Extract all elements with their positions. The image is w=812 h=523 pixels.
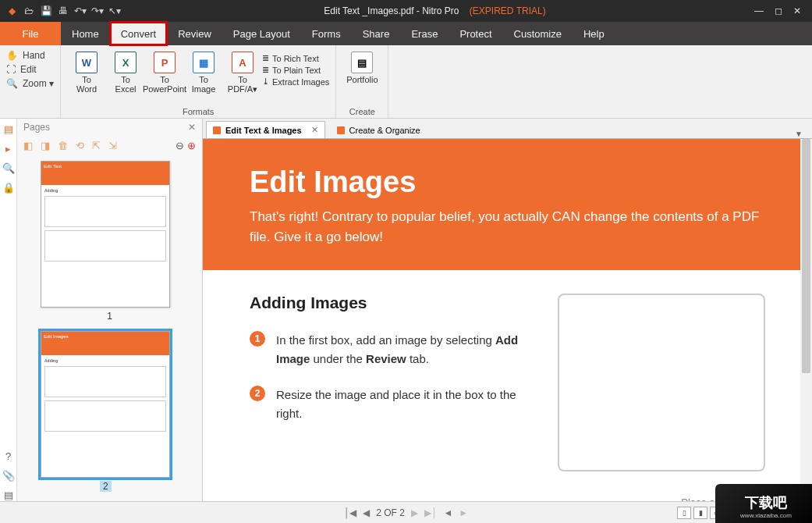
bookmarks-rail-icon[interactable]: ▸ [5,143,11,155]
doc-icon [337,126,345,134]
prev-page-icon[interactable]: ◀ [363,507,370,518]
page-thumbnail[interactable]: Edit TextAdding [41,161,170,308]
pages-tool-rotate-icon[interactable]: ⟲ [76,140,84,151]
to-excel-button[interactable]: XToExcel [106,48,145,94]
to-image-button[interactable]: ▦ToImage [184,48,223,94]
tab-customize[interactable]: Customize [503,22,573,45]
window-controls: — ◻ ✕ [743,5,812,16]
hero-title: Edit Images [250,165,765,199]
hero-text: That's right! Contrary to popular belief… [250,207,765,247]
zoom-tool[interactable]: 🔍Zoom ▾ [6,78,54,89]
document-viewport[interactable]: Edit Images That's right! Contrary to po… [203,139,812,501]
first-page-icon[interactable]: │◀ [344,507,357,518]
create-group: ▤Portfolio Create [336,45,388,118]
to-powerpoint-button[interactable]: PToPowerPoint [145,48,184,94]
close-button[interactable]: ✕ [793,5,801,16]
pages-tool-extract-icon[interactable]: ⇱ [92,140,101,151]
back-view-icon[interactable]: ◄ [443,507,452,518]
to-pdfa-button[interactable]: AToPDF/A▾ [223,48,262,94]
undo-icon[interactable]: ↶▾ [73,5,87,16]
pdf/a▾-icon: A [232,52,254,73]
formats-group: WToWordXToExcelPToPowerPoint▦ToImageAToP… [61,45,336,118]
pages-tool-insert-icon[interactable]: ⇲ [108,140,117,151]
tab-protect[interactable]: Protect [449,22,502,45]
document-area: Edit Text & Images✕Create & Organize✕▼ E… [203,119,812,501]
status-bar: │◀ ◀ 2 OF 2 ▶ ▶│ ◄ ► ▯ ▮ ▭ ▬ ⛶ ↔ ↕ 1:1 下… [0,501,812,523]
extract-images-button[interactable]: ⤓Extract Images [262,76,329,87]
portfolio-icon: ▤ [351,52,373,73]
tab-review[interactable]: Review [167,22,222,45]
tab-forms[interactable]: Forms [301,22,352,45]
image-icon: ▦ [193,52,215,73]
step-number: 1 [250,331,265,347]
step: 2Resize the image and place it in the bo… [250,386,534,423]
thumbnail-list[interactable]: Edit TextAdding1Edit ImagesAdding2 [17,155,202,501]
redo-icon[interactable]: ↷▾ [90,5,105,16]
tabs-dropdown-icon[interactable]: ▼ [795,130,803,138]
tab-page-layout[interactable]: Page Layout [222,22,301,45]
lock-rail-icon[interactable]: 🔒 [2,182,15,194]
quick-access-toolbar: ◆ 🗁 💾 🖶 ↶▾ ↷▾ ↖▾ [0,5,126,16]
minimize-button[interactable]: — [754,5,764,16]
step: 1In the first box, add an image by selec… [250,331,534,368]
pages-panel: Pages ✕ ◧ ◨ 🗑 ⟲ ⇱ ⇲ ⊖ ⊕ Edit TextAdding1… [17,119,203,501]
next-page-icon[interactable]: ▶ [411,507,418,518]
file-tab[interactable]: File [0,22,61,45]
hand-icon: ✋ [6,50,18,61]
title-bar: ◆ 🗁 💾 🖶 ↶▾ ↷▾ ↖▾ Edit Text _Images.pdf -… [0,0,812,22]
tab-home[interactable]: Home [61,22,110,45]
list-rail-icon[interactable]: ▤ [4,489,13,501]
hero-banner: Edit Images That's right! Contrary to po… [203,139,812,270]
last-page-icon[interactable]: ▶│ [424,507,438,518]
edit-icon: ⛶ [6,64,16,75]
view-continuous-icon[interactable]: ▮ [693,507,707,519]
step-text: In the first box, add an image by select… [276,331,534,368]
portfolio-button[interactable]: ▤Portfolio [342,48,381,84]
maximize-button[interactable]: ◻ [775,5,782,16]
page-thumbnail[interactable]: Edit ImagesAdding [41,331,170,478]
vertical-scrollbar[interactable] [800,139,812,501]
document-tab[interactable]: Edit Text & Images✕ [206,121,325,138]
document-tab[interactable]: Create & Organize✕ [330,121,427,138]
search-rail-icon[interactable]: 🔍 [2,162,15,174]
tab-convert[interactable]: Convert [110,22,168,45]
image-placeholder-box[interactable] [558,294,765,471]
edit-tool[interactable]: ⛶Edit [6,64,54,75]
save-icon[interactable]: 💾 [39,5,53,16]
view-single-icon[interactable]: ▯ [677,507,691,519]
left-rail: ▤ ▸ 🔍 🔒 ? 📎 ▤ [0,119,17,501]
cursor-icon[interactable]: ↖▾ [108,5,122,16]
trial-status: (EXPIRED TRIAL) [470,5,546,16]
zoom ▾-icon: 🔍 [6,78,18,89]
zoom-out-icon[interactable]: ⊖ [176,140,184,151]
pages-tool-next-icon[interactable]: ◨ [41,140,50,151]
forward-view-icon[interactable]: ► [459,507,468,518]
page-number: 1 [41,311,179,322]
print-icon[interactable]: 🖶 [56,5,70,16]
help-rail-icon[interactable]: ? [5,450,11,462]
hand-tool[interactable]: ✋Hand [6,50,54,61]
pages-rail-icon[interactable]: ▤ [4,123,13,135]
tab-share[interactable]: Share [352,22,401,45]
view-tools-group: ✋Hand⛶Edit🔍Zoom ▾ [0,45,61,118]
zoom-in-icon[interactable]: ⊕ [187,140,196,151]
doc-icon [213,126,221,134]
pages-tool-delete-icon[interactable]: 🗑 [58,140,68,151]
to-word-button[interactable]: WToWord [67,48,106,94]
to-rich-text-button[interactable]: ≣To Rich Text [262,53,329,63]
tab-erase[interactable]: Erase [400,22,449,45]
close-panel-icon[interactable]: ✕ [188,122,196,133]
app-icon: ◆ [5,5,19,16]
small-icon: ⤓ [262,76,269,87]
word-icon: W [76,52,98,73]
pdf-page: Edit Images That's right! Contrary to po… [203,139,812,501]
pages-tool-prev-icon[interactable]: ◧ [23,140,33,151]
tab-help[interactable]: Help [573,22,615,45]
open-icon[interactable]: 🗁 [22,5,36,16]
close-tab-icon[interactable]: ✕ [311,125,318,135]
ribbon: ✋Hand⛶Edit🔍Zoom ▾ WToWordXToExcelPToPowe… [0,45,812,119]
window-title: Edit Text _Images.pdf - Nitro Pro (EXPIR… [126,5,743,16]
powerpoint-icon: P [154,52,176,73]
to-plain-text-button[interactable]: ≣To Plain Text [262,65,329,75]
attach-rail-icon[interactable]: 📎 [2,470,15,482]
